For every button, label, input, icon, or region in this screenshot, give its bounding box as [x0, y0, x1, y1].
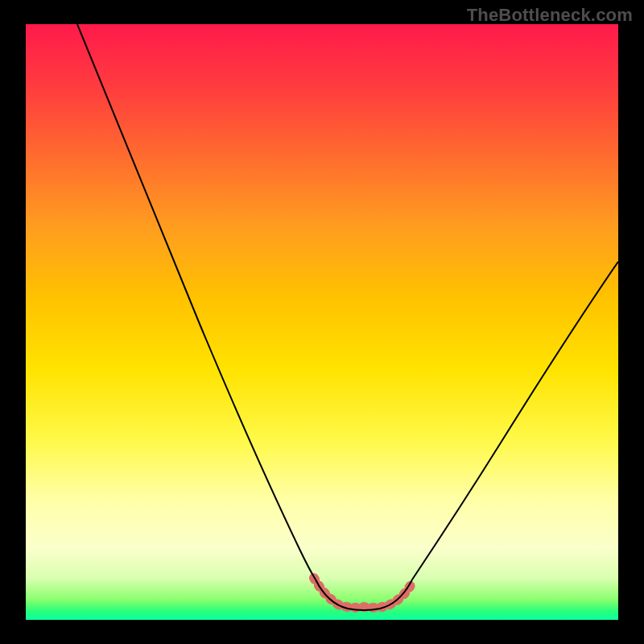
curve-left-path: [77, 24, 316, 580]
bottom-highlight-path: [314, 578, 414, 608]
watermark-text: TheBottleneck.com: [467, 5, 633, 26]
curve-right-path: [412, 262, 618, 580]
chart-svg: [26, 24, 618, 620]
plot-area: [26, 24, 618, 620]
